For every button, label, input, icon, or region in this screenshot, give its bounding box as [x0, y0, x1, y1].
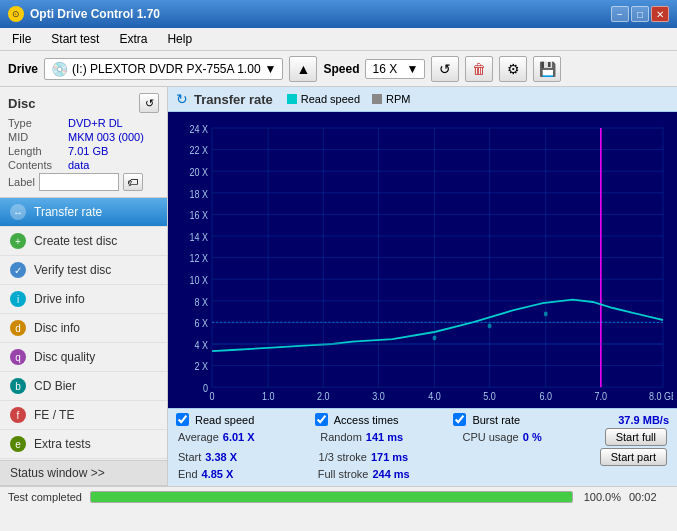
svg-text:2.0: 2.0	[317, 391, 330, 403]
disc-label-input[interactable]	[39, 173, 119, 191]
svg-text:14 X: 14 X	[190, 231, 209, 243]
progress-bar-fill	[91, 492, 572, 502]
random-stat: Random 141 ms	[320, 428, 446, 446]
stroke-1-3-value: 171 ms	[371, 451, 411, 463]
minimize-button[interactable]: −	[611, 6, 629, 22]
full-stroke-label: Full stroke	[318, 468, 369, 480]
disc-refresh-button[interactable]: ↺	[139, 93, 159, 113]
svg-text:20 X: 20 X	[190, 166, 209, 178]
app-title: Opti Drive Control 1.70	[30, 7, 160, 21]
svg-point-48	[488, 324, 492, 329]
nav-item-cd-bier[interactable]: b CD Bier	[0, 372, 167, 401]
chart-header: ↻ Transfer rate Read speed RPM	[168, 87, 677, 112]
chart-legend: Read speed RPM	[287, 93, 411, 105]
save-button[interactable]: 💾	[533, 56, 561, 82]
random-label: Random	[320, 431, 362, 443]
nav-item-extra-tests[interactable]: e Extra tests	[0, 430, 167, 459]
cpu-value: 0 %	[523, 431, 563, 443]
chart-container: 24 X 22 X 20 X 18 X 16 X 14 X 12 X 10 X …	[168, 112, 677, 408]
nav-item-transfer-rate[interactable]: ↔ Transfer rate	[0, 198, 167, 227]
start-part-button[interactable]: Start part	[600, 448, 667, 466]
nav-menu: ↔ Transfer rate + Create test disc ✓ Ver…	[0, 198, 167, 460]
stats-bar: Read speed Access times Burst rate 37.9 …	[168, 408, 677, 486]
erase-button[interactable]: 🗑	[465, 56, 493, 82]
svg-text:12 X: 12 X	[190, 253, 209, 265]
status-window-button[interactable]: Status window >>	[0, 460, 167, 486]
menu-bar: File Start test Extra Help	[0, 28, 677, 51]
legend-rpm-box	[372, 94, 382, 104]
empty-stat	[459, 448, 584, 466]
average-value: 6.01 X	[223, 431, 263, 443]
drive-select[interactable]: 💿 (I:) PLEXTOR DVDR PX-755A 1.00 ▼	[44, 58, 283, 80]
nav-item-label: Disc info	[34, 321, 80, 335]
legend-read-speed-box	[287, 94, 297, 104]
settings-button[interactable]: ⚙	[499, 56, 527, 82]
menu-help[interactable]: Help	[159, 30, 200, 48]
nav-item-verify-test-disc[interactable]: ✓ Verify test disc	[0, 256, 167, 285]
maximize-button[interactable]: □	[631, 6, 649, 22]
nav-item-disc-quality[interactable]: q Disc quality	[0, 343, 167, 372]
create-test-disc-icon: +	[10, 233, 26, 249]
legend-rpm-label: RPM	[386, 93, 410, 105]
drive-icon: 💿	[51, 61, 68, 77]
menu-extra[interactable]: Extra	[111, 30, 155, 48]
stroke-1-3-stat: 1/3 stroke 171 ms	[319, 448, 444, 466]
disc-mid-label: MID	[8, 131, 64, 143]
svg-text:0: 0	[203, 382, 208, 394]
svg-text:7.0: 7.0	[595, 391, 608, 403]
burst-rate-value: 37.9 MB/s	[618, 414, 669, 426]
svg-text:4.0: 4.0	[428, 391, 441, 403]
menu-file[interactable]: File	[4, 30, 39, 48]
read-speed-checkbox-label[interactable]: Read speed	[176, 413, 307, 426]
status-window-label: Status window >>	[10, 466, 105, 480]
toolbar: Drive 💿 (I:) PLEXTOR DVDR PX-755A 1.00 ▼…	[0, 51, 677, 87]
speed-select[interactable]: 16 X ▼	[365, 59, 425, 79]
disc-title: Disc	[8, 96, 35, 111]
disc-label-icon-button[interactable]: 🏷	[123, 173, 143, 191]
progress-percentage: 100.0%	[581, 491, 621, 503]
svg-rect-0	[172, 116, 673, 404]
cpu-stat: CPU usage 0 %	[462, 428, 588, 446]
nav-item-drive-info[interactable]: i Drive info	[0, 285, 167, 314]
average-stat: Average 6.01 X	[178, 428, 304, 446]
transfer-rate-chart: 24 X 22 X 20 X 18 X 16 X 14 X 12 X 10 X …	[172, 116, 673, 404]
burst-rate-checkbox-label[interactable]: Burst rate	[453, 413, 610, 426]
burst-rate-checkbox[interactable]	[453, 413, 466, 426]
svg-text:2 X: 2 X	[195, 361, 209, 373]
close-button[interactable]: ✕	[651, 6, 669, 22]
nav-item-label: Verify test disc	[34, 263, 111, 277]
menu-start-test[interactable]: Start test	[43, 30, 107, 48]
svg-text:8.0 GB: 8.0 GB	[649, 391, 673, 403]
disc-type-value: DVD+R DL	[68, 117, 123, 129]
access-times-checkbox-label[interactable]: Access times	[315, 413, 446, 426]
access-times-checkbox[interactable]	[315, 413, 328, 426]
nav-item-label: Extra tests	[34, 437, 91, 451]
start-full-button[interactable]: Start full	[605, 428, 667, 446]
disc-length-label: Length	[8, 145, 64, 157]
svg-text:10 X: 10 X	[190, 274, 209, 286]
nav-item-label: Transfer rate	[34, 205, 102, 219]
empty-stat2	[457, 468, 581, 480]
disc-quality-icon: q	[10, 349, 26, 365]
svg-text:22 X: 22 X	[190, 145, 209, 157]
svg-text:1.0: 1.0	[262, 391, 275, 403]
svg-text:6 X: 6 X	[195, 317, 209, 329]
title-bar: ⊙ Opti Drive Control 1.70 − □ ✕	[0, 0, 677, 28]
nav-item-create-test-disc[interactable]: + Create test disc	[0, 227, 167, 256]
drive-value: (I:) PLEXTOR DVDR PX-755A 1.00	[72, 62, 261, 76]
svg-text:6.0: 6.0	[539, 391, 552, 403]
legend-read-speed-label: Read speed	[301, 93, 360, 105]
refresh-button[interactable]: ↺	[431, 56, 459, 82]
status-text: Test completed	[8, 491, 82, 503]
nav-item-fe-te[interactable]: f FE / TE	[0, 401, 167, 430]
fe-te-icon: f	[10, 407, 26, 423]
access-times-label: Access times	[334, 414, 399, 426]
read-speed-checkbox[interactable]	[176, 413, 189, 426]
progress-bar	[90, 491, 573, 503]
speed-value: 16 X	[372, 62, 397, 76]
drive-eject-button[interactable]: ▲	[289, 56, 317, 82]
nav-item-disc-info[interactable]: d Disc info	[0, 314, 167, 343]
verify-test-disc-icon: ✓	[10, 262, 26, 278]
read-speed-label: Read speed	[195, 414, 254, 426]
window-controls: − □ ✕	[611, 6, 669, 22]
